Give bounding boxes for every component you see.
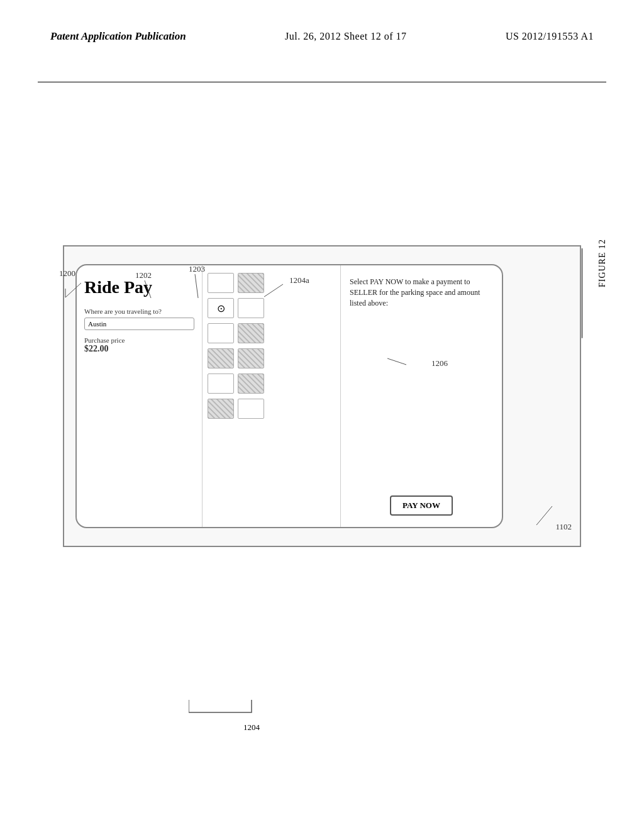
publication-label: Patent Application Publication — [50, 30, 186, 43]
phone-screen: Ride Pay Where are you traveling to? Aus… — [75, 264, 503, 528]
grid-row-1 — [208, 273, 335, 293]
svg-line-6 — [536, 506, 552, 525]
header-divider — [38, 82, 606, 82]
ref-1203: 1203 — [189, 264, 205, 274]
grid-cell-empty-5[interactable] — [238, 399, 264, 419]
ref-1204-label: 1204 — [189, 722, 314, 733]
pay-instruction: Select PAY NOW to make a payment to SELL… — [350, 277, 493, 308]
grid-cell-empty-4[interactable] — [208, 374, 234, 394]
grid-cell-icon-1[interactable]: ⊙ — [208, 298, 234, 318]
grid-cell-shaded-3 — [208, 348, 234, 368]
grid-row-6 — [208, 399, 335, 419]
pay-now-button[interactable]: PAY NOW — [390, 495, 453, 516]
ref-1204a: 1204a — [289, 275, 309, 285]
header: Patent Application Publication Jul. 26, … — [0, 30, 644, 43]
grid-cell-shaded-4 — [238, 348, 264, 368]
grid-cell-empty-2[interactable] — [238, 298, 264, 318]
grid-cell-empty-3[interactable] — [208, 323, 234, 343]
bracket-1204: 1204 — [189, 700, 314, 733]
ref-1200: 1200 — [65, 280, 103, 301]
grid-cell-shaded-1 — [238, 273, 264, 293]
patent-number-label: US 2012/191553 A1 — [506, 31, 594, 42]
destination-label: Where are you traveling to? — [84, 307, 194, 315]
bracket-svg — [189, 700, 314, 719]
parking-grid: ⊙ — [203, 265, 341, 527]
figure-label: FIGURE 12 — [597, 239, 608, 287]
svg-line-0 — [65, 283, 81, 297]
app-left-panel: Ride Pay Where are you traveling to? Aus… — [77, 265, 203, 527]
grid-row-4 — [208, 348, 335, 368]
ref-1206: 1206 — [431, 358, 448, 368]
ref-1202: 1202 — [135, 270, 152, 280]
app-right-panel: Select PAY NOW to make a payment to SELL… — [341, 265, 502, 527]
grid-cell-shaded-5 — [238, 374, 264, 394]
price-label: Purchase price — [84, 336, 194, 344]
grid-row-3 — [208, 323, 335, 343]
price-value: $22.00 — [84, 344, 194, 354]
grid-row-2: ⊙ — [208, 298, 335, 318]
ref-1102: 1102 — [555, 522, 572, 532]
date-sheet-label: Jul. 26, 2012 Sheet 12 of 17 — [285, 31, 407, 42]
grid-cell-empty-1[interactable] — [208, 273, 234, 293]
grid-row-5 — [208, 374, 335, 394]
grid-cell-shaded-6 — [208, 399, 234, 419]
grid-cell-shaded-2 — [238, 323, 264, 343]
destination-input[interactable]: Austin — [84, 318, 194, 330]
